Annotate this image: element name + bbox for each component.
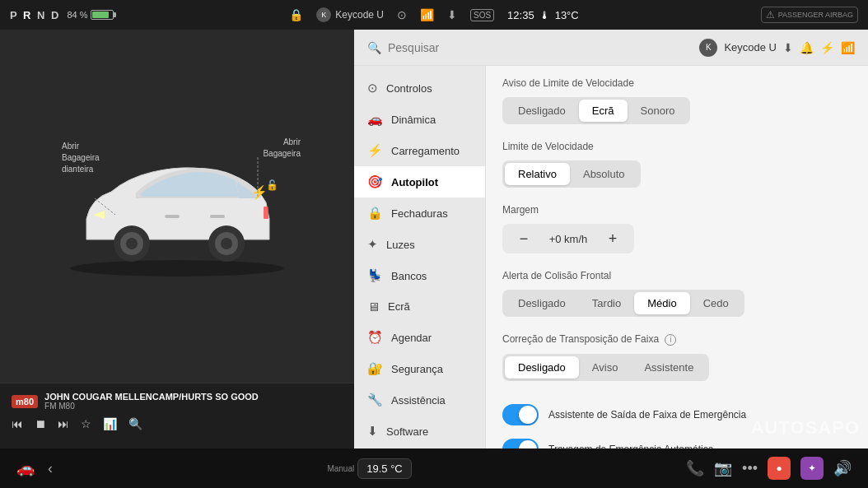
dinamica-label: Dinâmica	[391, 114, 436, 126]
info-icon[interactable]: i	[665, 334, 676, 346]
luzes-icon: ✦	[367, 237, 378, 252]
margin-section: Margem − +0 km/h +	[502, 204, 852, 253]
music-subtitle: FM M80	[44, 402, 259, 411]
lane-change-title: Correção de Transposição de Faixa i	[502, 333, 852, 346]
lane-change-title-text: Correção de Transposição de Faixa	[502, 333, 659, 345]
top-bar-right: ⚠ PASSENGER AIRBAG	[693, 7, 858, 23]
collision-medio[interactable]: Médio	[634, 292, 689, 314]
margin-plus-button[interactable]: +	[603, 229, 623, 249]
collision-title: Alerta de Colisão Frontal	[502, 270, 852, 281]
margin-value: +0 km/h	[544, 233, 593, 245]
svg-point-3	[126, 238, 138, 249]
agendar-icon: ⏰	[367, 330, 383, 345]
temp-display[interactable]: 19.5 °C	[357, 458, 412, 479]
sidebar-item-autopilot[interactable]: 🎯 Autopilot	[354, 166, 485, 198]
svg-rect-9	[264, 207, 268, 219]
more-icon[interactable]: •••	[742, 460, 758, 477]
taskbar-left: 🚗 ‹	[16, 459, 53, 477]
sidebar-item-seguranca[interactable]: 🔐 Segurança	[354, 353, 485, 384]
car-icon[interactable]: 🚗	[16, 459, 35, 477]
download-icon-btn[interactable]: ⬇	[783, 41, 793, 54]
controlos-icon: ⊙	[367, 81, 378, 95]
music-player: m80 JOHN COUGAR MELLENCAMP/HURTS SO GOOD…	[0, 383, 354, 448]
phone-icon[interactable]: 📞	[686, 459, 704, 477]
prnd-display: P R N D	[10, 9, 60, 21]
carregamento-label: Carregamento	[391, 145, 460, 157]
collision-desligado[interactable]: Desligado	[505, 292, 579, 314]
ecra-icon: 🖥	[367, 300, 380, 314]
speed-warning-group: Desligado Ecrã Sonoro	[502, 97, 690, 124]
speed-limit-section: Limite de Velocidade Relativo Absoluto	[502, 141, 852, 188]
speed-limit-absoluto[interactable]: Absoluto	[570, 163, 638, 185]
speed-warning-sonoro[interactable]: Sonoro	[628, 100, 688, 122]
time-display: 12:35	[507, 9, 534, 21]
favorite-button[interactable]: ☆	[81, 417, 91, 430]
collision-tardio[interactable]: Tardio	[579, 292, 634, 314]
sidebar-item-ecra[interactable]: 🖥 Ecrã	[354, 291, 485, 322]
annotation-front-text: Abrir Bagageira dianteira	[62, 142, 100, 174]
stop-button[interactable]: ⏹	[35, 417, 46, 430]
app-purple-icon[interactable]: ✦	[800, 457, 824, 480]
airbag-label: PASSENGER AIRBAG	[778, 11, 853, 19]
emergency-brake-toggle[interactable]	[502, 439, 539, 449]
lane-aviso[interactable]: Aviso	[579, 356, 632, 379]
user-info: K Keycode U ⬇ 🔔 ⚡ 📶	[699, 39, 855, 57]
speed-limit-title: Limite de Velocidade	[502, 141, 852, 152]
wifi-icon-btn[interactable]: 📶	[841, 41, 855, 54]
app-record-icon[interactable]: ●	[768, 457, 791, 480]
prev-track-button[interactable]: ⏮	[12, 417, 23, 430]
carregamento-icon: ⚡	[367, 143, 383, 158]
main-content: Abrir Bagageira dianteira Abrir Bagageir…	[0, 30, 868, 448]
sidebar-item-luzes[interactable]: ✦ Luzes	[354, 229, 485, 260]
user-avatar: K	[699, 39, 717, 57]
speed-warning-ecra[interactable]: Ecrã	[579, 100, 628, 122]
lane-assistente[interactable]: Assistente	[631, 356, 707, 379]
speed-limit-relativo[interactable]: Relativo	[505, 163, 570, 185]
camera-icon[interactable]: 📷	[714, 459, 732, 477]
right-panel: 🔍 K Keycode U ⬇ 🔔 ⚡ 📶 ⊙ Controlos 🚗	[354, 30, 868, 448]
settings-icon[interactable]: ⊙	[397, 8, 407, 21]
margin-minus-button[interactable]: −	[514, 229, 534, 249]
speed-warning-section: Aviso de Limite de Velocidade Desligado …	[502, 77, 852, 124]
sidebar-item-agendar[interactable]: ⏰ Agendar	[354, 322, 485, 353]
chevron-left-icon[interactable]: ‹	[48, 460, 53, 477]
sidebar-item-software[interactable]: ⬇ Software	[354, 416, 485, 447]
search-button[interactable]: 🔍	[128, 417, 142, 430]
bluetooth-icon[interactable]: ⚡	[820, 41, 834, 54]
notification-icon[interactable]: 🔔	[800, 41, 814, 54]
sidebar-item-controlos[interactable]: ⊙ Controlos	[354, 72, 485, 104]
temp-icon: 🌡	[539, 9, 550, 21]
sidebar-item-dinamica[interactable]: 🚗 Dinâmica	[354, 104, 485, 135]
search-input[interactable]	[388, 41, 693, 54]
taskbar-center: Manual 19.5 °C	[327, 458, 411, 479]
emergency-lane-toggle[interactable]	[502, 404, 539, 425]
sidebar-item-bancos[interactable]: 💺 Bancos	[354, 260, 485, 291]
lane-desligado[interactable]: Desligado	[505, 356, 579, 379]
keycode-badge: K Keycode U	[316, 7, 384, 22]
keycode-avatar: K	[316, 7, 331, 22]
wifi-icon: 📶	[420, 8, 434, 21]
next-track-button[interactable]: ⏭	[58, 417, 69, 430]
volume-icon[interactable]: 🔊	[833, 459, 852, 477]
svg-text:⚡: ⚡	[251, 184, 268, 200]
sidebar-item-fechaduras[interactable]: 🔒 Fechaduras	[354, 198, 485, 229]
toggle-knob	[519, 406, 537, 424]
margin-control: − +0 km/h +	[502, 224, 634, 253]
sidebar-item-carregamento[interactable]: ⚡ Carregamento	[354, 135, 485, 166]
manual-label: Manual	[327, 464, 354, 473]
top-bar: P R N D 84 % 🔒 K Keycode U ⊙ 📶 ⬇ SOS 12:…	[0, 0, 868, 30]
taskbar-unit: °C	[390, 462, 403, 475]
search-icon: 🔍	[367, 41, 381, 54]
seguranca-label: Segurança	[391, 363, 443, 375]
speed-warning-desligado[interactable]: Desligado	[505, 100, 579, 122]
left-panel: Abrir Bagageira dianteira Abrir Bagageir…	[0, 30, 354, 448]
search-bar: 🔍 K Keycode U ⬇ 🔔 ⚡ 📶	[354, 30, 868, 66]
bancos-label: Bancos	[391, 270, 427, 282]
emergency-brake-knob	[519, 440, 537, 449]
equalizer-button[interactable]: 📊	[103, 417, 117, 430]
autopilot-label: Autopilot	[391, 176, 438, 188]
sidebar-item-assistencia[interactable]: 🔧 Assistência	[354, 384, 485, 416]
top-bar-center: 🔒 K Keycode U ⊙ 📶 ⬇ SOS 12:35 🌡 13°C	[175, 7, 693, 22]
collision-cedo[interactable]: Cedo	[690, 292, 742, 314]
emergency-lane-row: Assistente de Saída de Faixa de Emergênc…	[502, 397, 852, 432]
